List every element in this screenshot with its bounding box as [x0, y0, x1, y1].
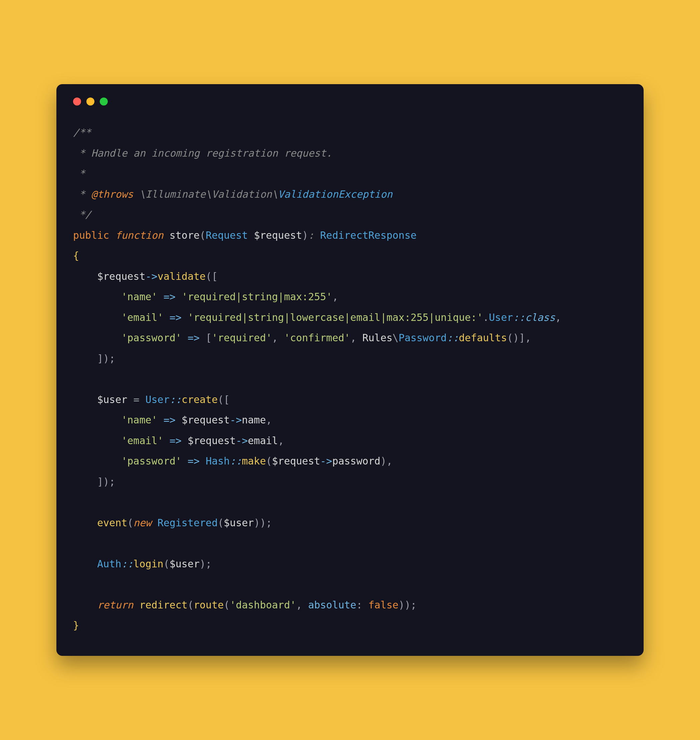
- ns-rules: Rules: [362, 332, 393, 343]
- brace-close: }: [73, 619, 79, 631]
- var-user: $user: [97, 394, 127, 405]
- key-name: 'name': [121, 291, 157, 302]
- class-password: Password: [399, 332, 447, 343]
- val-name-rules: 'required|string|max:255': [181, 291, 332, 302]
- prop-name: name: [242, 414, 266, 426]
- param-request: $request: [254, 229, 302, 241]
- kw-return: return: [97, 599, 133, 611]
- comment-prefix: *: [73, 147, 91, 159]
- val-required: 'required': [212, 332, 272, 343]
- comment-close: */: [73, 209, 91, 220]
- val-email-rules: 'required|string|lowercase|email|max:255…: [188, 311, 483, 323]
- kw-function: function: [115, 229, 163, 241]
- val-false: false: [368, 599, 399, 611]
- fn-redirect: redirect: [140, 599, 188, 611]
- key-email: 'email': [121, 435, 163, 447]
- fn-route: route: [194, 599, 224, 611]
- named-arg-absolute: absolute: [308, 599, 356, 611]
- minimize-icon[interactable]: [87, 97, 94, 106]
- maximize-icon[interactable]: [100, 97, 108, 106]
- class-registered: Registered: [157, 517, 218, 529]
- type-redirect: RedirectResponse: [320, 229, 417, 241]
- key-password: 'password': [121, 332, 182, 343]
- prop-password: password: [332, 455, 381, 467]
- method-make: make: [242, 455, 266, 467]
- code-block: /** * Handle an incoming registration re…: [73, 122, 627, 636]
- close-icon[interactable]: [73, 97, 81, 106]
- window-controls: [73, 97, 627, 106]
- comment-desc: Handle an incoming registration request.: [91, 147, 332, 159]
- class-auth: Auth: [97, 558, 121, 570]
- type-request: Request: [206, 229, 247, 241]
- fn-store: store: [169, 229, 200, 241]
- code-window: /** * Handle an incoming registration re…: [56, 84, 644, 656]
- kw-new: new: [134, 517, 151, 529]
- key-name: 'name': [121, 414, 157, 426]
- doc-exception: ValidationException: [278, 188, 393, 200]
- comment-prefix: *: [73, 188, 91, 200]
- prop-email: email: [248, 435, 278, 447]
- method-create: create: [181, 394, 218, 405]
- val-confirmed: 'confirmed': [284, 332, 350, 343]
- class-user: User: [146, 394, 169, 405]
- val-dashboard: 'dashboard': [230, 599, 296, 611]
- method-login: login: [134, 558, 163, 570]
- class-user: User: [489, 311, 513, 323]
- method-validate: validate: [157, 270, 206, 282]
- kw-public: public: [73, 229, 109, 241]
- doc-ns: \Illuminate\Validation\: [134, 188, 278, 200]
- comment-blank: *: [73, 168, 85, 179]
- class-hash: Hash: [206, 455, 229, 467]
- key-email: 'email': [121, 311, 163, 323]
- comment-open: /**: [73, 127, 91, 138]
- kw-class: class: [525, 311, 555, 323]
- key-password: 'password': [121, 455, 182, 467]
- doc-tag: @throws: [91, 188, 133, 200]
- fn-event: event: [97, 517, 127, 529]
- method-defaults: defaults: [459, 332, 507, 343]
- var-request: $request: [97, 270, 146, 282]
- brace-open: {: [73, 250, 79, 261]
